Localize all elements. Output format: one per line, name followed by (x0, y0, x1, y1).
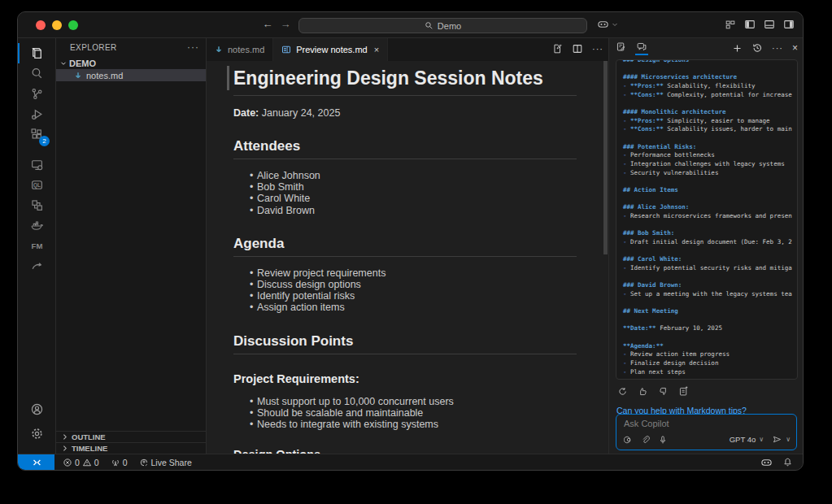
editor-toolbar: ··· (551, 43, 603, 54)
attach-icon[interactable] (641, 435, 651, 445)
markdown-preview-pane[interactable]: Engineering Design Session NotesDate: Ja… (207, 61, 608, 454)
microphone-icon[interactable] (658, 435, 668, 445)
send-chevron-icon[interactable]: ∨ (786, 436, 791, 443)
code-line (623, 134, 791, 143)
ports-indicator[interactable]: 0 (111, 458, 128, 467)
chat-actions: ··· × (732, 42, 798, 54)
tab-bar: notes.md Preview notes.md × (207, 38, 608, 61)
live-share-button[interactable]: Live Share (139, 458, 192, 467)
timeline-label: TIMELINE (72, 444, 107, 453)
activitybar-settings[interactable] (18, 424, 56, 444)
chat-code-content: ### Design Options #### Microservices ar… (623, 59, 791, 376)
md-list-item: Should be scalable and maintainable (233, 407, 577, 419)
remote-indicator[interactable] (18, 454, 54, 470)
code-line: - **Pros:** Scalability, flexibility (623, 82, 791, 91)
thumbs-up-icon[interactable] (638, 386, 648, 397)
insert-into-file-icon[interactable] (678, 386, 689, 397)
back-button[interactable]: ← (260, 18, 275, 30)
problems-indicator[interactable]: 0 0 (63, 458, 99, 467)
editor-scrollbar[interactable] (603, 61, 608, 254)
copilot-status-icon[interactable] (760, 456, 773, 468)
new-chat-icon[interactable] (732, 43, 743, 54)
activitybar-explorer[interactable] (18, 43, 56, 63)
model-picker[interactable]: GPT 4o (730, 435, 756, 444)
chat-code-block[interactable]: ### Design Options #### Microservices ar… (616, 59, 798, 380)
md-list: Must support up to 10,000 concurrent use… (233, 396, 577, 431)
sidebar-more-actions[interactable]: ··· (187, 41, 199, 53)
code-line: #### Microservices architecture (623, 73, 791, 82)
chat-session-tab[interactable] (616, 41, 626, 55)
activitybar-extensions[interactable]: 2 (18, 124, 56, 145)
folder-row-demo[interactable]: DEMO (56, 57, 206, 69)
error-icon (63, 458, 72, 467)
chat-more-icon[interactable]: ··· (772, 43, 783, 53)
md-h2: Attendees (233, 138, 577, 159)
code-line (623, 246, 791, 255)
ports-count: 0 (123, 458, 128, 467)
activitybar-docker[interactable] (18, 215, 56, 236)
search-icon (30, 67, 44, 80)
md-h2: Agenda (233, 236, 577, 257)
file-row-notes-md[interactable]: notes.md (56, 69, 206, 81)
code-line: **Date:** February 10, 2025 (623, 324, 791, 333)
more-actions-icon[interactable]: ··· (592, 44, 603, 54)
activitybar-source-control[interactable] (18, 84, 56, 104)
outline-section[interactable]: OUTLINE (56, 431, 206, 442)
thumbs-down-icon[interactable] (658, 386, 669, 397)
send-icon[interactable] (772, 434, 782, 445)
activitybar-run-debug[interactable] (18, 104, 56, 124)
code-line (623, 298, 791, 307)
activitybar-fm[interactable]: FM (18, 236, 56, 256)
markdown-file-icon (215, 46, 223, 54)
code-line (623, 272, 791, 281)
activitybar-codeql[interactable]: QL (18, 175, 56, 195)
history-icon[interactable] (751, 42, 763, 54)
chat-input-field[interactable] (624, 419, 754, 428)
activitybar-search[interactable] (18, 63, 56, 84)
toggle-secondary-sidebar-icon[interactable] (783, 19, 795, 30)
error-count: 0 (75, 458, 80, 467)
docker-icon (30, 219, 44, 232)
activitybar-containers[interactable] (18, 195, 56, 215)
timeline-section[interactable]: TIMELINE (56, 442, 206, 454)
file-label: notes.md (86, 71, 123, 80)
close-panel-icon[interactable]: × (792, 42, 798, 54)
chat-view-tab[interactable] (636, 41, 647, 55)
md-list-item: Alice Johnson (233, 170, 577, 181)
desktop-background: ← → Demo 2 (0, 0, 832, 504)
notifications-bell-icon[interactable] (782, 457, 793, 467)
command-center-search[interactable]: Demo (298, 18, 587, 33)
close-tab-icon[interactable]: × (374, 45, 379, 54)
toggle-primary-sidebar-icon[interactable] (744, 19, 756, 30)
code-line: ### Bob Smith: (623, 229, 791, 238)
model-chevron-icon[interactable]: ∨ (759, 436, 764, 443)
vscode-window: ← → Demo 2 (17, 11, 804, 471)
copilot-menu-button[interactable] (597, 18, 618, 30)
zoom-window-button[interactable] (68, 20, 78, 30)
activitybar-accounts[interactable] (18, 399, 56, 419)
retry-icon[interactable] (617, 386, 628, 397)
minimize-window-button[interactable] (52, 20, 62, 30)
close-window-button[interactable] (36, 20, 46, 30)
split-editor-icon[interactable] (572, 43, 583, 54)
chat-bubbles-icon (636, 41, 647, 52)
search-icon (425, 21, 433, 30)
response-toolbar (617, 386, 689, 397)
chat-input-box[interactable]: GPT 4o ∨ ∨ (616, 414, 797, 450)
activitybar-share[interactable] (18, 256, 56, 276)
code-line: ### David Brown: (623, 281, 791, 290)
md-list-item: Review project requirements (233, 267, 577, 279)
explorer-sidebar: EXPLORER ··· DEMO notes.md OUTLINE TIMEL… (56, 38, 207, 454)
customize-layout-icon[interactable] (725, 19, 736, 30)
chat-header: ··· × (609, 38, 804, 58)
tab-preview-notes-md[interactable]: Preview notes.md × (273, 38, 388, 61)
open-source-icon[interactable] (551, 43, 563, 54)
mention-icon[interactable] (624, 435, 634, 445)
toggle-panel-icon[interactable] (764, 19, 775, 30)
source-control-icon (30, 87, 44, 101)
fm-logo-icon: FM (30, 239, 44, 253)
md-list: Alice JohnsonBob SmithCarol WhiteDavid B… (233, 170, 577, 216)
tab-notes-md[interactable]: notes.md (207, 38, 273, 61)
activitybar-remote-explorer[interactable] (18, 154, 56, 175)
forward-button[interactable]: → (278, 18, 293, 30)
